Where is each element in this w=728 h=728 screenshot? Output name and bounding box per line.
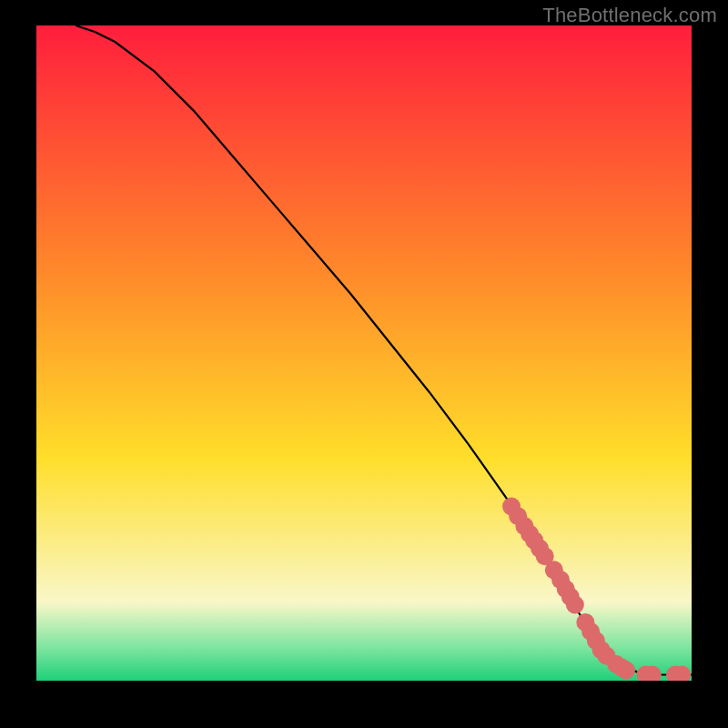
chart-stage: TheBottleneck.com [0, 0, 728, 728]
marker-dot [566, 595, 584, 613]
watermark-text: TheBottleneck.com [542, 4, 717, 27]
chart-svg [36, 25, 692, 681]
plot-area [36, 25, 692, 681]
gradient-background [36, 25, 692, 681]
marker-dot [617, 661, 635, 679]
